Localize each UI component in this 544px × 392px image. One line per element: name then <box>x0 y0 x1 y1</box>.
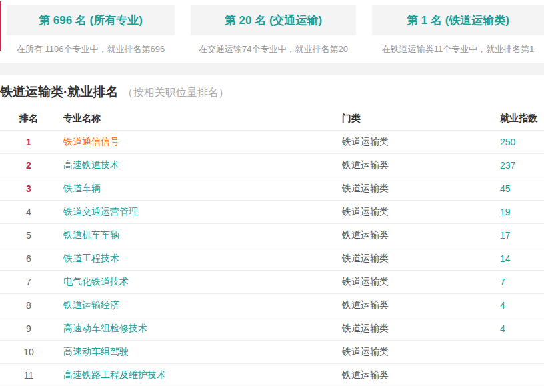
summary-card-title: 第 1 名 (铁道运输类) <box>372 5 544 35</box>
category-cell: 铁道运输类 <box>342 253 495 265</box>
table-row: 8铁道运输经济铁道运输类4 <box>0 294 544 317</box>
major-link[interactable]: 高速铁路工程及维护技术 <box>63 369 166 380</box>
major-link[interactable]: 铁道车辆 <box>63 183 101 193</box>
rank-cell: 9 <box>0 323 57 334</box>
major-link[interactable]: 铁道通信信号 <box>63 136 119 147</box>
rank-cell: 10 <box>0 347 57 357</box>
major-link[interactable]: 铁道机车车辆 <box>63 229 119 240</box>
employment-index-cell: 17 <box>495 230 544 241</box>
header-category: 门类 <box>342 113 495 125</box>
summary-card-all-majors: 第 696 名 (所有专业) 在所有 1106个专业中，就业排名第696 <box>7 5 175 55</box>
major-link[interactable]: 铁道运输经济 <box>63 299 119 310</box>
header-rank: 排名 <box>0 113 57 125</box>
employment-index-cell: 237 <box>495 160 544 171</box>
table-row: 1铁道通信信号铁道运输类250 <box>0 131 544 154</box>
table-row: 10高速动车组驾驶铁道运输类 <box>0 341 544 364</box>
rank-cell: 11 <box>0 370 57 381</box>
major-link[interactable]: 铁道工程技术 <box>63 253 119 263</box>
category-cell: 铁道运输类 <box>342 183 495 195</box>
table-row: 7电气化铁道技术铁道运输类7 <box>0 271 544 294</box>
page-title-note: （按相关职位量排名） <box>123 87 229 98</box>
rank-cell: 3 <box>0 183 57 194</box>
employment-index-cell: 7 <box>495 277 544 287</box>
left-edge-red-mark <box>0 1 1 51</box>
employment-index-cell: 4 <box>495 323 544 334</box>
table-header-row: 排名 专业名称 门类 就业指数 <box>0 107 544 131</box>
table-row: 2高速铁道技术铁道运输类237 <box>0 154 544 177</box>
employment-index-cell: 4 <box>495 300 544 311</box>
table-body: 1铁道通信信号铁道运输类2502高速铁道技术铁道运输类2373铁道车辆铁道运输类… <box>0 131 544 387</box>
category-cell: 铁道运输类 <box>342 323 495 335</box>
major-link[interactable]: 高速动车组检修技术 <box>63 323 147 333</box>
major-link[interactable]: 高速动车组驾驶 <box>63 346 129 357</box>
category-cell: 铁道运输类 <box>342 159 495 171</box>
category-cell: 铁道运输类 <box>342 276 495 288</box>
employment-index-cell: 45 <box>495 183 544 194</box>
rank-cell: 7 <box>0 277 57 287</box>
rank-cell: 8 <box>0 300 57 311</box>
rank-cell: 5 <box>0 230 57 241</box>
rank-cell: 4 <box>0 207 57 217</box>
summary-card-transport: 第 20 名 (交通运输) 在交通运输74个专业中，就业排名第20 <box>191 5 356 55</box>
rank-cell: 2 <box>0 160 57 171</box>
summary-cards: 第 696 名 (所有专业) 在所有 1106个专业中，就业排名第696 第 2… <box>0 0 544 55</box>
table-row: 9高速动车组检修技术铁道运输类4 <box>0 317 544 341</box>
summary-card-title: 第 20 名 (交通运输) <box>191 5 356 35</box>
summary-card-subtitle: 在交通运输74个专业中，就业排名第20 <box>191 43 356 55</box>
category-cell: 铁道运输类 <box>342 369 495 381</box>
section-divider-strip <box>0 63 544 75</box>
major-link[interactable]: 高速铁道技术 <box>63 159 119 170</box>
header-major: 专业名称 <box>57 113 342 125</box>
summary-card-subtitle: 在所有 1106个专业中，就业排名第696 <box>7 43 175 55</box>
section-title-row: 铁道运输类·就业排名 （按相关职位量排名） <box>0 83 544 101</box>
employment-index-cell: 250 <box>495 137 544 147</box>
table-row: 3铁道车辆铁道运输类45 <box>0 177 544 201</box>
major-link[interactable]: 电气化铁道技术 <box>63 276 129 287</box>
summary-card-subtitle: 在铁道运输类11个专业中，就业排名第1 <box>372 43 544 55</box>
rank-cell: 6 <box>0 253 57 264</box>
table-row: 5铁道机车车辆铁道运输类17 <box>0 224 544 247</box>
header-employment-index: 就业指数 <box>495 113 544 125</box>
page-title: 铁道运输类·就业排名 <box>0 85 118 99</box>
employment-index-cell: 14 <box>495 253 544 264</box>
category-cell: 铁道运输类 <box>342 136 495 148</box>
table-row: 4铁道交通运营管理铁道运输类19 <box>0 201 544 224</box>
summary-card-title: 第 696 名 (所有专业) <box>7 5 175 35</box>
rank-cell: 1 <box>0 137 57 147</box>
category-cell: 铁道运输类 <box>342 346 495 358</box>
category-cell: 铁道运输类 <box>342 299 495 311</box>
table-row: 6铁道工程技术铁道运输类14 <box>0 247 544 271</box>
employment-index-cell: 19 <box>495 207 544 217</box>
employment-rank-table: 排名 专业名称 门类 就业指数 1铁道通信信号铁道运输类2502高速铁道技术铁道… <box>0 107 544 387</box>
summary-card-railway: 第 1 名 (铁道运输类) 在铁道运输类11个专业中，就业排名第1 <box>372 5 544 55</box>
table-row: 11高速铁路工程及维护技术铁道运输类 <box>0 364 544 387</box>
major-link[interactable]: 铁道交通运营管理 <box>63 206 138 217</box>
category-cell: 铁道运输类 <box>342 229 495 241</box>
category-cell: 铁道运输类 <box>342 206 495 218</box>
